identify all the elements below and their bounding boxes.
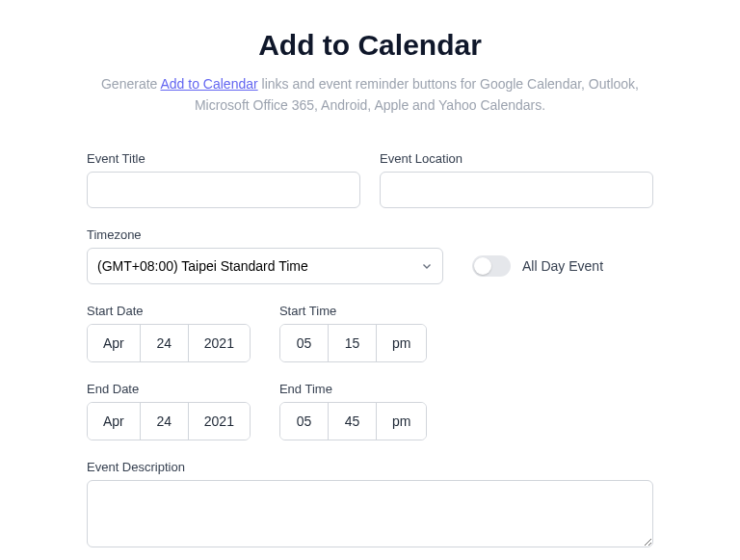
end-date-month[interactable]: Apr — [88, 403, 141, 440]
start-date-label: Start Date — [87, 304, 251, 318]
end-date-picker: Apr 24 2021 — [87, 402, 251, 440]
end-date-day[interactable]: 24 — [141, 403, 189, 440]
end-date-year[interactable]: 2021 — [189, 403, 250, 440]
add-to-calendar-link[interactable]: Add to Calendar — [160, 76, 257, 92]
start-time-ampm[interactable]: pm — [377, 325, 426, 361]
start-date-picker: Apr 24 2021 — [87, 324, 251, 362]
description-label: Event Description — [87, 460, 653, 474]
page-title: Add to Calendar — [48, 29, 692, 62]
event-location-field: Event Location — [380, 151, 653, 208]
timezone-label: Timezone — [87, 227, 443, 242]
description-input[interactable] — [87, 480, 653, 547]
end-date-label: End Date — [87, 382, 251, 396]
page-subtitle: Generate Add to Calendar links and event… — [81, 73, 659, 117]
start-date-day[interactable]: 24 — [141, 325, 189, 361]
subtitle-post: links and event reminder buttons for Goo… — [195, 76, 639, 113]
start-time-picker: 05 15 pm — [279, 324, 427, 362]
all-day-label: All Day Event — [522, 258, 603, 274]
end-time-field: End Time 05 45 pm — [279, 382, 427, 440]
end-time-minute[interactable]: 45 — [329, 403, 377, 440]
event-title-field: Event Title — [87, 151, 360, 208]
end-time-hour[interactable]: 05 — [280, 403, 329, 440]
event-form: Event Title Event Location Timezone (GMT… — [48, 151, 692, 547]
timezone-select[interactable]: (GMT+08:00) Taipei Standard Time — [87, 248, 443, 284]
description-field: Event Description — [87, 460, 653, 547]
start-time-minute[interactable]: 15 — [329, 325, 377, 361]
event-location-label: Event Location — [380, 151, 653, 166]
start-time-hour[interactable]: 05 — [280, 325, 329, 361]
subtitle-pre: Generate — [101, 76, 161, 92]
event-title-input[interactable] — [87, 172, 360, 208]
event-title-label: Event Title — [87, 151, 360, 166]
all-day-toggle[interactable] — [472, 255, 511, 277]
end-time-label: End Time — [279, 382, 427, 396]
start-date-month[interactable]: Apr — [88, 325, 141, 361]
toggle-knob — [474, 257, 491, 275]
event-location-input[interactable] — [380, 172, 653, 208]
all-day-group: All Day Event — [472, 248, 603, 284]
start-time-label: Start Time — [279, 304, 427, 318]
start-date-year[interactable]: 2021 — [189, 325, 250, 361]
timezone-field: Timezone (GMT+08:00) Taipei Standard Tim… — [87, 227, 443, 284]
end-date-field: End Date Apr 24 2021 — [87, 382, 251, 440]
end-time-picker: 05 45 pm — [279, 402, 427, 440]
start-date-field: Start Date Apr 24 2021 — [87, 304, 251, 362]
start-time-field: Start Time 05 15 pm — [279, 304, 427, 362]
end-time-ampm[interactable]: pm — [377, 403, 426, 440]
